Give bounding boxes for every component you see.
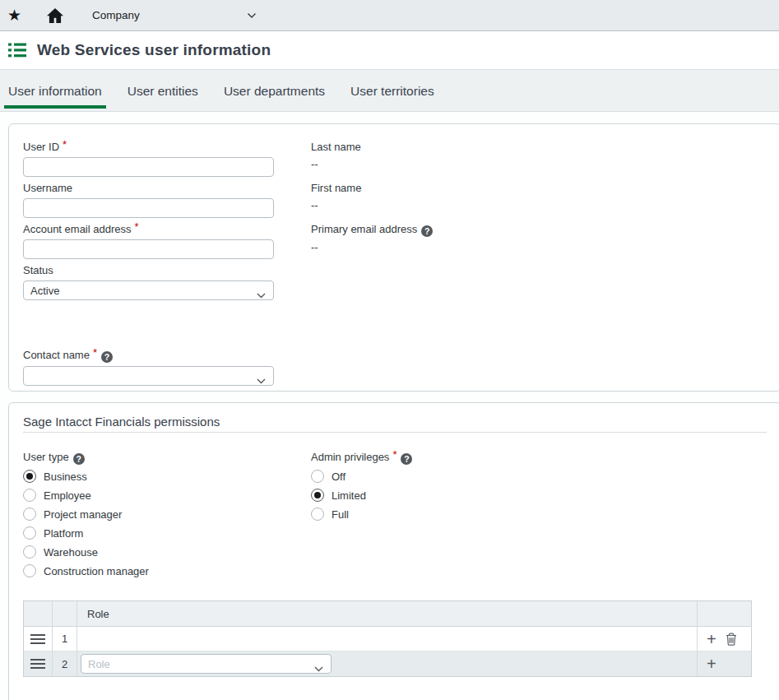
radio-icon: [23, 564, 36, 577]
radio-icon: [23, 508, 36, 521]
primary-email-field: Primary email address? --: [311, 223, 767, 254]
role-select[interactable]: Role: [81, 654, 332, 674]
list-icon[interactable]: [8, 43, 26, 58]
user-id-label: User ID*: [23, 141, 311, 154]
delete-row-icon[interactable]: [726, 633, 737, 646]
rownum-header-cell: [53, 601, 77, 626]
chevron-down-icon[interactable]: [247, 12, 257, 19]
favorite-star-icon[interactable]: ★: [7, 7, 21, 23]
radio-user-type-project-manager[interactable]: Project manager: [23, 508, 311, 521]
top-navigation-bar: ★ Company: [0, 0, 779, 31]
radio-icon: [23, 545, 36, 559]
role-header-cell: Role: [77, 601, 698, 626]
contact-name-field-group: Contact name*?: [23, 349, 311, 386]
account-email-field-group: Account email address*: [23, 223, 311, 259]
divider: [23, 432, 767, 433]
username-label: Username: [23, 182, 311, 195]
last-name-field: Last name --: [311, 141, 767, 171]
chevron-down-icon: [257, 289, 266, 301]
radio-admin-limited[interactable]: Limited: [311, 489, 767, 502]
required-marker: *: [63, 138, 67, 151]
user-type-group: User type? Business Employee Project man…: [23, 451, 311, 583]
help-icon[interactable]: ?: [421, 225, 433, 237]
actions-header-cell: [698, 601, 751, 626]
radio-icon: [311, 470, 324, 483]
roles-table: Role 1 +: [23, 600, 752, 677]
drag-header-cell: [24, 601, 53, 626]
drag-handle-icon[interactable]: [30, 634, 45, 644]
permissions-panel: Sage Intacct Financials permissions User…: [8, 402, 779, 700]
user-id-input[interactable]: [23, 157, 274, 177]
account-email-label: Account email address*: [23, 223, 311, 236]
form-right-column: Last name -- First name -- Primary email…: [311, 141, 767, 391]
tab-user-entities[interactable]: User entities: [127, 84, 199, 111]
radio-user-type-employee[interactable]: Employee: [23, 489, 311, 502]
first-name-value: --: [311, 199, 767, 212]
table-row: 1 +: [24, 627, 751, 651]
status-field-group: Status Active: [23, 264, 311, 300]
radio-icon: [23, 526, 36, 540]
required-marker: *: [135, 220, 139, 233]
status-selected-value: Active: [30, 285, 59, 297]
admin-privileges-group: Admin privileges*? Off Limited Full: [311, 451, 767, 583]
radio-icon: [311, 489, 324, 502]
last-name-label: Last name: [311, 141, 767, 154]
form-left-column: User ID* Username Account email address*…: [23, 141, 311, 391]
contact-name-select[interactable]: [23, 366, 274, 386]
tab-user-territories[interactable]: User territories: [350, 84, 435, 111]
drag-handle-icon[interactable]: [30, 659, 45, 669]
tab-user-information[interactable]: User information: [7, 84, 103, 111]
page-header: Web Services user information: [0, 31, 779, 70]
spacer: [23, 305, 311, 349]
help-icon[interactable]: ?: [73, 453, 85, 465]
first-name-label: First name: [311, 182, 767, 195]
status-label: Status: [23, 264, 311, 277]
help-icon[interactable]: ?: [101, 351, 113, 363]
contact-name-label: Contact name*?: [23, 349, 311, 363]
permissions-heading: Sage Intacct Financials permissions: [23, 415, 767, 429]
user-id-field-group: User ID*: [23, 141, 311, 177]
drag-cell: [24, 651, 53, 676]
table-row: 2 Role +: [24, 651, 751, 676]
radio-user-type-business[interactable]: Business: [23, 470, 311, 483]
status-select[interactable]: Active: [23, 280, 274, 300]
radio-icon: [311, 508, 324, 521]
help-icon[interactable]: ?: [401, 453, 412, 465]
company-menu[interactable]: Company: [92, 9, 140, 21]
username-field-group: Username: [23, 182, 311, 218]
role-cell[interactable]: [77, 627, 698, 651]
primary-email-value: --: [311, 241, 767, 254]
row-number: 2: [53, 651, 77, 676]
page-title: Web Services user information: [37, 41, 271, 59]
add-row-button[interactable]: +: [707, 631, 716, 647]
row-actions: +: [698, 627, 751, 651]
row-actions: +: [698, 651, 751, 676]
admin-privileges-label: Admin privileges*?: [311, 451, 767, 465]
required-marker: *: [392, 448, 396, 461]
row-number: 1: [53, 627, 77, 651]
chevron-down-icon: [257, 374, 266, 387]
account-email-input[interactable]: [23, 239, 274, 259]
required-marker: *: [93, 346, 97, 359]
drag-cell: [24, 627, 53, 651]
tab-bar: User information User entities User depa…: [0, 70, 779, 112]
radio-user-type-construction-manager[interactable]: Construction manager: [23, 564, 311, 577]
username-input[interactable]: [23, 198, 274, 218]
role-cell: Role: [77, 651, 698, 676]
add-row-button[interactable]: +: [707, 656, 716, 672]
last-name-value: --: [311, 158, 767, 171]
primary-email-label: Primary email address?: [311, 223, 767, 237]
roles-table-header: Role: [24, 601, 751, 627]
chevron-down-icon: [314, 662, 323, 675]
radio-user-type-platform[interactable]: Platform: [23, 526, 311, 540]
user-type-label: User type?: [23, 451, 311, 465]
radio-admin-off[interactable]: Off: [311, 470, 767, 483]
tab-user-departments[interactable]: User departments: [223, 84, 326, 111]
radio-icon: [23, 470, 36, 483]
home-icon[interactable]: [46, 7, 64, 24]
role-placeholder: Role: [88, 658, 110, 670]
radio-admin-full[interactable]: Full: [311, 508, 767, 521]
radio-icon: [23, 489, 36, 502]
user-information-panel: User ID* Username Account email address*…: [8, 123, 779, 392]
radio-user-type-warehouse[interactable]: Warehouse: [23, 545, 311, 559]
